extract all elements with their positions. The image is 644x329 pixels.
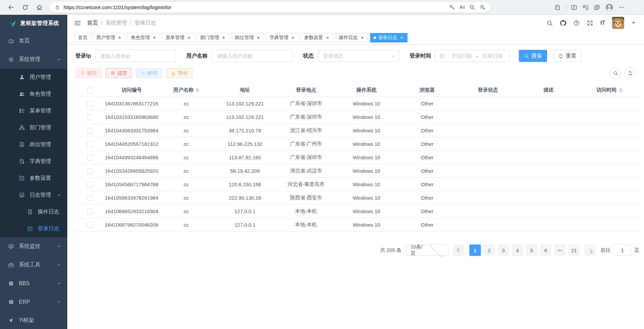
row-checkbox[interactable] [87,155,93,161]
sidebar-item[interactable]: BBS [0,274,67,293]
lock-icon[interactable] [55,4,60,10]
tab[interactable]: 首页 [75,33,91,42]
close-icon[interactable] [325,35,330,40]
close-icon[interactable] [399,35,404,40]
row-checkbox[interactable] [87,128,93,134]
sidebar-item[interactable]: 系统管理 [0,50,67,69]
password-key-icon[interactable] [447,2,457,12]
column-header[interactable]: 用户名称 [158,87,214,93]
close-icon[interactable] [117,35,122,40]
prev-page-button[interactable] [453,244,465,256]
tab[interactable]: 登录日志 [370,33,407,42]
column-header[interactable]: 访问时间 [579,87,640,93]
login-ip-input[interactable] [100,53,171,59]
sidebar-item[interactable]: 部门管理 [0,119,67,136]
page-button[interactable]: 2 [484,244,495,256]
column-header[interactable]: 登录状态 [458,87,518,93]
browser-back-button[interactable] [5,2,17,13]
add-favorite-icon[interactable] [477,2,487,12]
column-header[interactable]: 访问编号 [105,87,158,93]
sidebar-item[interactable]: 参数设置 [0,170,67,187]
breadcrumb-system[interactable]: 系统管理 [105,20,127,27]
tab[interactable]: 角色管理 [128,33,160,42]
collections-icon[interactable] [594,4,600,11]
tab[interactable]: 岗位管理 [231,33,264,42]
sidebar-item[interactable]: 操作日志 [0,203,67,220]
copilot-icon[interactable] [630,3,639,12]
start-date-placeholder[interactable]: 开始日期 [448,53,475,59]
tab[interactable]: 部门管理 [197,33,229,42]
row-checkbox[interactable] [87,209,93,215]
sort-icon[interactable] [196,88,199,93]
close-icon[interactable] [360,35,365,40]
github-icon[interactable] [560,20,566,26]
username-field[interactable] [212,50,293,62]
page-button[interactable]: 1 [469,244,481,256]
sidebar-collapse-icon[interactable] [73,18,82,28]
login-ip-field[interactable] [95,50,176,62]
sidebar-item[interactable]: 角色管理 [0,86,67,102]
sidebar-item[interactable]: 系统监控 [0,237,67,256]
browser-menu-icon[interactable] [618,4,625,11]
page-button[interactable]: 4 [512,244,523,256]
column-header[interactable]: 描述 [518,87,579,93]
tab[interactable]: 菜单管理 [162,33,195,42]
extensions-icon[interactable] [554,4,561,11]
tab[interactable]: 参数设置 [301,33,333,42]
close-icon[interactable] [256,35,261,40]
avatar-dropdown-icon[interactable] [632,22,635,24]
toggle-search-button[interactable] [610,67,621,79]
tab[interactable]: 用户管理 [93,33,126,42]
browser-home-button[interactable] [34,2,45,13]
column-header[interactable]: 登录地点 [276,87,336,93]
help-icon[interactable] [573,20,580,26]
sidebar-item[interactable]: ERP [0,293,67,311]
zoom-out-icon[interactable] [467,2,477,12]
fullscreen-icon[interactable] [587,20,593,26]
row-checkbox[interactable] [87,182,93,188]
column-header[interactable]: 地址 [214,87,276,93]
page-button[interactable]: 6 [540,244,551,256]
page-button[interactable]: 21 [568,244,580,256]
page-size-select[interactable]: 10条/页 [406,244,449,256]
column-header[interactable]: 浏览器 [397,87,458,93]
status-select[interactable]: 登录状态 [318,50,399,62]
sidebar-item[interactable]: 岗位管理 [0,136,67,153]
export-button[interactable]: 导出 [166,68,192,78]
sidebar-item[interactable]: 用户管理 [0,69,67,86]
sidebar-item[interactable]: 登录日志 [0,220,67,237]
clear-button[interactable]: 清空 [106,68,132,78]
sidebar-item[interactable]: 日志管理 [0,187,67,203]
select-all-checkbox[interactable] [87,88,93,93]
page-button[interactable]: 3 [498,244,509,256]
row-checkbox[interactable] [87,195,93,201]
row-checkbox[interactable] [87,222,93,228]
browser-profile-icon[interactable] [605,3,614,12]
sidebar-item[interactable]: 菜单管理 [0,102,67,119]
search-button[interactable]: 搜索 [519,50,547,62]
delete-button[interactable]: 删除 [75,68,102,78]
page-button[interactable]: ••• [554,244,566,256]
read-aloud-icon[interactable] [457,2,467,12]
url-text[interactable]: https://ccnetcore.com:1101/system/log/lo… [64,4,447,10]
row-checkbox[interactable] [87,101,93,107]
close-icon[interactable] [152,35,157,40]
next-page-button[interactable] [584,244,596,256]
favorites-icon[interactable] [582,4,589,11]
close-icon[interactable] [186,35,191,40]
browser-refresh-button[interactable] [20,2,31,13]
row-checkbox[interactable] [87,114,93,120]
address-bar[interactable]: https://ccnetcore.com:1101/system/log/lo… [50,2,491,13]
close-icon[interactable] [290,35,295,40]
date-range-picker[interactable]: 开始日期 - 结束日期 [435,50,510,62]
sort-icon[interactable] [619,88,622,93]
page-button[interactable]: 5 [526,244,537,256]
row-checkbox[interactable] [87,141,93,147]
user-avatar[interactable] [612,17,624,29]
font-size-icon[interactable] [600,20,605,26]
split-screen-icon[interactable] [571,4,577,11]
tab[interactable]: 字典管理 [266,33,299,42]
reset-button[interactable]: 重置 [553,50,581,62]
search-icon[interactable] [546,20,553,26]
column-header[interactable]: 操作系统 [336,87,397,93]
